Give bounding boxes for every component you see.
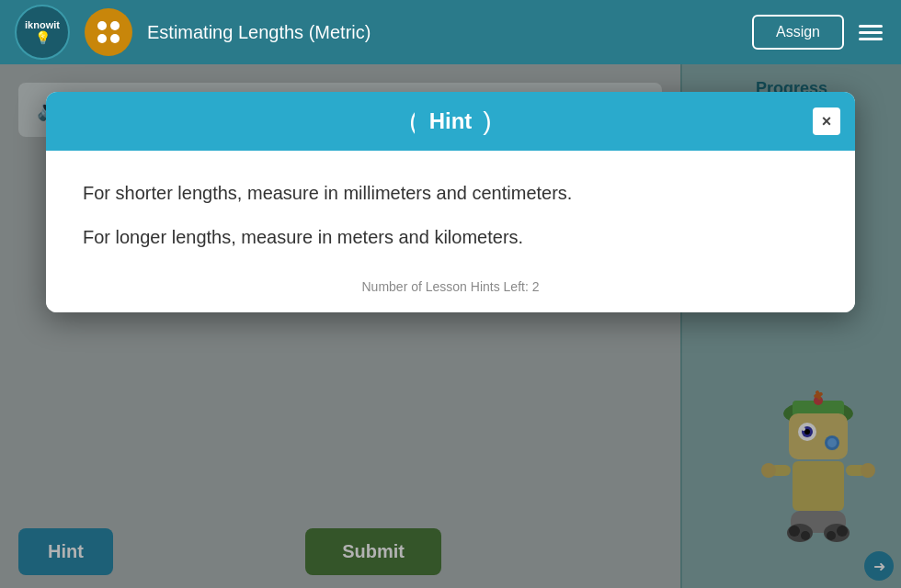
modal-close-button[interactable]: ×: [813, 107, 840, 135]
modal-title: Hint: [415, 105, 487, 138]
logo-icon: 💡: [35, 30, 51, 45]
lesson-badge: [85, 8, 132, 56]
modal-title-wrapper: ( Hint ): [409, 105, 491, 138]
logo-text: iknowit: [25, 19, 60, 30]
dot4: [110, 34, 120, 43]
assign-button[interactable]: Assign: [752, 15, 844, 50]
badge-dots: [97, 21, 120, 43]
modal-header: ( Hint ) ×: [46, 92, 855, 151]
modal-overlay: ( Hint ) × For shorter lengths, measure …: [0, 64, 901, 588]
dot2: [110, 21, 120, 30]
menu-line1: [859, 25, 883, 28]
hint-line2: For longer lengths, measure in meters an…: [83, 224, 818, 250]
header: iknowit 💡 Estimating Lengths (Metric) As…: [0, 0, 901, 64]
lesson-title: Estimating Lengths (Metric): [147, 22, 752, 43]
hint-modal: ( Hint ) × For shorter lengths, measure …: [46, 92, 855, 312]
menu-button[interactable]: [855, 21, 886, 44]
bracket-right: ): [483, 107, 491, 136]
menu-line2: [859, 31, 883, 34]
dot1: [97, 21, 107, 30]
hints-left-label: Number of Lesson Hints Left: 2: [83, 268, 818, 294]
hint-line1: For shorter lengths, measure in millimet…: [83, 180, 818, 206]
modal-body: For shorter lengths, measure in millimet…: [46, 151, 855, 312]
main-area: 🔊 Choose the best estimate. Hint Submit …: [0, 64, 901, 588]
logo: iknowit 💡: [15, 5, 70, 60]
dot3: [97, 34, 107, 43]
menu-line3: [859, 38, 883, 40]
